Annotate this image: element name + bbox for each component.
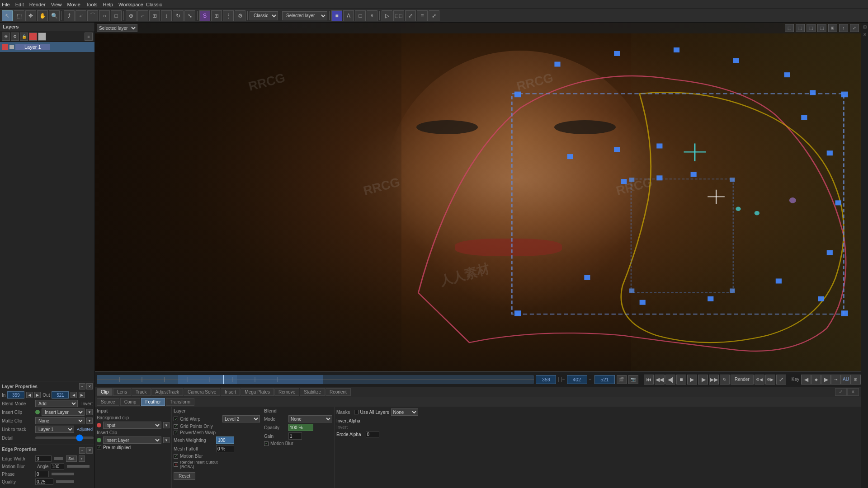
bg-clip-arrow[interactable]: ▼ — [163, 422, 170, 428]
tool-rotate[interactable]: ↻ — [173, 10, 184, 21]
vp-tool4[interactable]: ⬚ — [817, 24, 826, 32]
tool-track-bwd[interactable]: ⤶ — [75, 10, 86, 21]
tab-adjust-track[interactable]: AdjustTrack — [151, 388, 183, 396]
tool-hand[interactable]: ✋ — [37, 10, 48, 21]
tool-track-fwd[interactable]: ⤴ — [64, 10, 75, 21]
tool-rect[interactable]: □ — [111, 10, 122, 21]
out-arrow-right[interactable]: ▶ — [79, 392, 85, 398]
tool-sq[interactable]: □ — [355, 10, 366, 21]
detail-slider[interactable] — [35, 436, 94, 439]
render-settings-btn[interactable]: ⚙◀ — [755, 375, 764, 385]
grid-warp-select[interactable]: Level 2Level 1Level 3 — [222, 415, 260, 422]
tool-s[interactable]: S — [199, 10, 210, 21]
tab-remove[interactable]: Remove — [274, 388, 299, 396]
tool-spline[interactable]: ⌒ — [87, 10, 98, 21]
first-frame-btn[interactable]: ⏮ — [644, 375, 654, 385]
tool-cog[interactable]: ⚙ — [235, 10, 245, 21]
play-btn[interactable]: ▶ — [687, 375, 697, 385]
pre-multiplied-checkbox[interactable]: ✓ — [97, 446, 101, 450]
vp-tool6[interactable]: ↕ — [839, 24, 848, 32]
dope-sheet-btn[interactable]: ⊞ — [851, 375, 861, 385]
vp-tool3[interactable]: ⬚ — [807, 24, 816, 32]
tool-layers-btn[interactable]: ⬚⬚ — [393, 10, 404, 21]
edge-props-minimize[interactable]: − — [79, 447, 85, 454]
timeline-film-icon[interactable]: 🎬 — [617, 375, 627, 384]
menu-tools[interactable]: Tools — [86, 2, 98, 7]
stop-btn[interactable]: ■ — [676, 375, 686, 385]
timeline-cam-icon[interactable]: 📷 — [628, 375, 638, 384]
white-box-icon[interactable] — [38, 33, 46, 41]
motion-blur-blend-checkbox[interactable]: ✓ — [264, 441, 269, 446]
tool-pointer[interactable]: ↖ — [2, 10, 13, 21]
sub-tab-comp[interactable]: Comp — [120, 398, 141, 406]
in-arrow-right[interactable]: ▶ — [34, 392, 41, 398]
classic-dropdown[interactable]: Classic — [250, 11, 278, 20]
tab-mega-plates[interactable]: Mega Plates — [241, 388, 274, 396]
menu-edit[interactable]: Edit — [15, 2, 24, 7]
out-arrow-left[interactable]: ◀ — [71, 392, 77, 398]
in-arrow-left[interactable]: ◀ — [26, 392, 33, 398]
angle-slider[interactable] — [67, 465, 90, 468]
menu-render[interactable]: Render — [29, 2, 46, 7]
tab-clip[interactable]: Clip — [97, 388, 113, 396]
tool-grid[interactable]: ⊞ — [211, 10, 222, 21]
tool-link[interactable]: ⊕ — [126, 10, 137, 21]
key-next-btn[interactable]: ▶ — [821, 375, 831, 385]
tab-track[interactable]: Track — [132, 388, 151, 396]
tool-circle[interactable]: ○ — [99, 10, 110, 21]
tool-export[interactable]: ⤢ — [405, 10, 416, 21]
prev-frame-btn[interactable]: ◀| — [665, 375, 675, 385]
gear-icon[interactable]: ⚙ — [11, 33, 19, 41]
menu-help[interactable]: Help — [103, 2, 113, 7]
tool-color1[interactable]: ■ — [331, 10, 342, 21]
out-frame-input[interactable] — [594, 375, 615, 384]
out-value[interactable] — [52, 391, 69, 399]
viewport-mode-select[interactable]: Selected layer — [97, 24, 137, 32]
quality-slider[interactable] — [56, 480, 74, 483]
tab-close[interactable]: ✕ — [847, 388, 859, 396]
tool-select[interactable]: ⬚ — [14, 10, 24, 21]
menu-view[interactable]: View — [51, 2, 62, 7]
right-icon-2[interactable]: ✕ — [863, 32, 867, 37]
key-auto-btn[interactable]: AU — [841, 375, 851, 385]
gain-input[interactable] — [288, 432, 302, 440]
none-select[interactable]: None — [391, 408, 418, 416]
key-prev-btn[interactable]: ◀ — [801, 375, 811, 385]
motion-blur-checkbox[interactable]: ✓ — [174, 454, 178, 459]
lock-icon[interactable]: 🔒 — [20, 33, 28, 41]
layer-item[interactable]: Layer 1 — [0, 42, 94, 52]
mesh-weighting-input[interactable] — [216, 436, 234, 444]
right-icon-1[interactable]: ⊞ — [863, 24, 867, 29]
layer-visibility-dot[interactable] — [2, 44, 8, 50]
edge-props-close[interactable]: ✕ — [86, 447, 93, 454]
powermesh-checkbox[interactable]: ✓ — [174, 431, 178, 435]
blend-mode-select[interactable]: AddNormalMultiply — [35, 400, 78, 407]
insert-clip-val-arrow[interactable]: ▼ — [163, 437, 170, 443]
tab-lens[interactable]: Lens — [113, 388, 131, 396]
in-value[interactable] — [7, 391, 24, 399]
tool-play-all[interactable]: ▷ — [382, 10, 392, 21]
use-all-layers-checkbox[interactable] — [354, 410, 359, 414]
tool-corner[interactable]: ⌐ — [137, 10, 148, 21]
menu-movie[interactable]: Movie — [67, 2, 80, 7]
phase-input[interactable] — [35, 471, 49, 477]
angle-input[interactable] — [51, 463, 64, 469]
tool-move2[interactable]: ↕ — [161, 10, 172, 21]
play-back-btn[interactable]: ◀◀ — [655, 375, 665, 385]
vp-tool7[interactable]: ⤢ — [850, 24, 859, 32]
layer-props-minimize[interactable]: − — [79, 383, 85, 389]
vp-tool2[interactable]: ⬚ — [796, 24, 805, 32]
grid-warp-checkbox[interactable]: ✓ — [174, 417, 178, 421]
tab-stabilize[interactable]: Stabilize — [300, 388, 325, 396]
vp-tool1[interactable]: ⬚ — [785, 24, 794, 32]
link-track-select[interactable]: Layer 1 — [35, 426, 74, 433]
tool-zoom[interactable]: 🔍 — [49, 10, 60, 21]
insert-clip-val-select[interactable]: Insert Layer — [103, 436, 161, 444]
tool-mesh[interactable]: ⋮ — [223, 10, 234, 21]
quality-input[interactable] — [35, 479, 53, 485]
edge-width-input[interactable] — [35, 455, 52, 462]
eye-icon[interactable]: 👁 — [2, 33, 10, 41]
loop-btn[interactable]: ↻ — [720, 375, 730, 385]
panel-toggle[interactable]: ≡ — [85, 33, 93, 41]
tab-expand[interactable]: ⤢ — [835, 388, 847, 396]
